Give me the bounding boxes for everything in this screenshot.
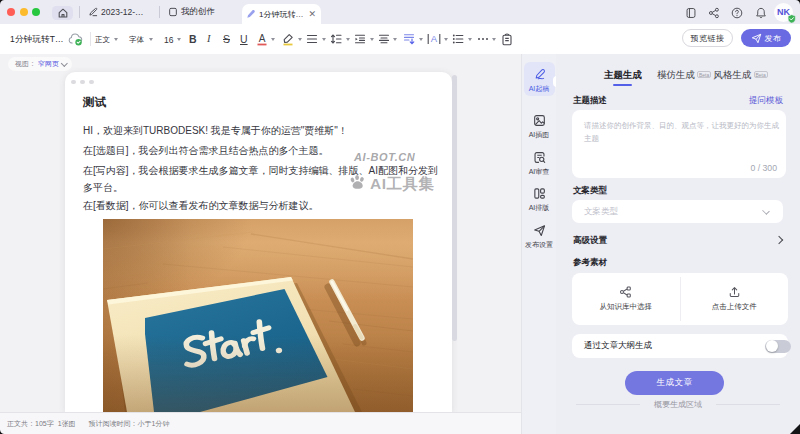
svg-text:A: A bbox=[431, 33, 438, 44]
svg-text:A: A bbox=[259, 33, 266, 44]
